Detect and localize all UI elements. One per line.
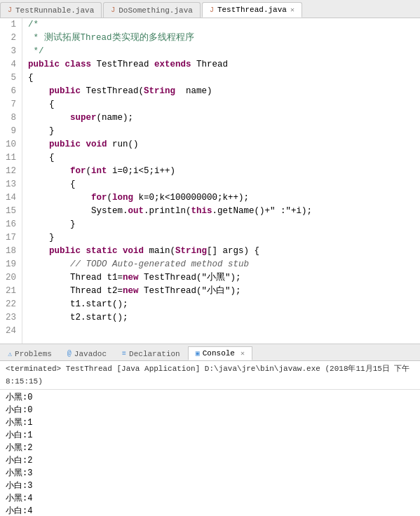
console-line-7: 小白:3: [6, 480, 414, 492]
ln-3: 3: [3, 45, 16, 58]
tab-icon-dosomething: J: [111, 6, 115, 14]
console-line-3: 小白:1: [6, 429, 414, 442]
code-line-11: {: [28, 151, 414, 165]
btab-problems[interactable]: ⚠ Problems: [0, 346, 60, 360]
ln-22: 22: [3, 298, 16, 311]
console-panel: <terminated> TestThread [Java Applicatio…: [0, 361, 420, 516]
line-numbers: 1 2 3 4 5 6 7 8 9 10 11 12 13 14 15 16 1…: [0, 18, 22, 344]
code-line-17: }: [28, 231, 414, 245]
tab-dosomething[interactable]: J DoSomething.java: [103, 2, 201, 18]
btab-console[interactable]: ▣ Console ✕: [188, 346, 252, 360]
bottom-tab-bar: ⚠ Problems @ Javadoc ≡ Declaration ▣ Con…: [0, 344, 420, 361]
ln-2: 2: [3, 32, 16, 45]
javadoc-icon: @: [67, 350, 72, 358]
code-line-5: {: [28, 72, 414, 85]
code-line-24: [28, 325, 414, 338]
btab-label-declaration: Declaration: [129, 350, 180, 358]
code-line-10: public void run(): [28, 138, 414, 151]
code-line-14: for(long k=0;k<100000000;k++);: [28, 191, 414, 205]
ln-10: 10: [3, 138, 16, 151]
btab-javadoc[interactable]: @ Javadoc: [60, 346, 114, 360]
code-line-15: System.out.println(this.getName()+" :"+i…: [28, 205, 414, 218]
console-line-4: 小黑:2: [6, 442, 414, 454]
ln-7: 7: [3, 98, 16, 111]
bottom-section: ⚠ Problems @ Javadoc ≡ Declaration ▣ Con…: [0, 344, 420, 516]
ln-8: 8: [3, 111, 16, 125]
console-line-0: 小黑:0: [6, 391, 414, 404]
problems-icon: ⚠: [8, 350, 12, 358]
console-line-8: 小黑:4: [6, 492, 414, 505]
ln-6: 6: [3, 85, 16, 98]
console-icon: ▣: [196, 349, 200, 358]
editor-content: 1 2 3 4 5 6 7 8 9 10 11 12 13 14 15 16 1…: [0, 18, 420, 344]
code-line-7: {: [28, 98, 414, 111]
ln-4: 4: [3, 58, 16, 72]
console-line-5: 小白:2: [6, 454, 414, 467]
console-header: <terminated> TestThread [Java Applicatio…: [0, 361, 420, 390]
ln-12: 12: [3, 165, 16, 178]
ln-5: 5: [3, 72, 16, 85]
ln-24: 24: [3, 325, 16, 338]
ln-13: 13: [3, 178, 16, 191]
btab-label-javadoc: Javadoc: [74, 350, 107, 358]
code-line-2: * 测试拓展Thread类实现的多线程程序: [28, 32, 414, 45]
ln-21: 21: [3, 285, 16, 298]
code-area[interactable]: /* * 测试拓展Thread类实现的多线程程序 */ public class…: [22, 18, 420, 344]
code-line-6: public TestThread(String name): [28, 85, 414, 98]
declaration-icon: ≡: [122, 350, 126, 358]
console-line-1: 小白:0: [6, 404, 414, 416]
console-line-6: 小黑:3: [6, 467, 414, 480]
ln-19: 19: [3, 258, 16, 271]
ln-23: 23: [3, 311, 16, 325]
ln-18: 18: [3, 245, 16, 258]
ln-16: 16: [3, 218, 16, 231]
btab-declaration[interactable]: ≡ Declaration: [114, 346, 188, 360]
console-line-2: 小黑:1: [6, 416, 414, 429]
tab-label-testthread: TestThread.java: [217, 6, 287, 14]
console-output: 小黑:0 小白:0 小黑:1 小白:1 小黑:2 小白:2 小黑:3 小白:3 …: [0, 390, 420, 516]
tab-close-testthread[interactable]: ✕: [290, 6, 294, 14]
ln-14: 14: [3, 191, 16, 205]
btab-close-console[interactable]: ✕: [241, 349, 245, 358]
code-line-20: Thread t1=new TestThread("小黑");: [28, 271, 414, 285]
tab-label-dosomething: DoSomething.java: [118, 6, 193, 15]
btab-label-console: Console: [203, 349, 235, 358]
code-line-16: }: [28, 218, 414, 231]
code-line-13: {: [28, 178, 414, 191]
code-line-12: for(int i=0;i<5;i++): [28, 165, 414, 178]
code-line-8: super(name);: [28, 111, 414, 125]
tab-label-testrunnable: TestRunnable.java: [15, 6, 94, 15]
code-line-3: */: [28, 45, 414, 58]
ln-15: 15: [3, 205, 16, 218]
code-line-21: Thread t2=new TestThread("小白");: [28, 285, 414, 298]
console-line-9: 小白:4: [6, 505, 414, 516]
ln-17: 17: [3, 231, 16, 245]
tab-bar: J TestRunnable.java J DoSomething.java J…: [0, 0, 420, 18]
code-line-18: public static void main(String[] args) {: [28, 245, 414, 258]
code-line-19: // TODO Auto-generated method stub: [28, 258, 414, 271]
tab-testthread[interactable]: J TestThread.java ✕: [202, 2, 302, 18]
tab-testrunnable[interactable]: J TestRunnable.java: [0, 2, 102, 18]
ln-1: 1: [3, 18, 16, 32]
tab-icon-testthread: J: [210, 6, 214, 14]
code-line-22: t1.start();: [28, 298, 414, 311]
editor-area: 1 2 3 4 5 6 7 8 9 10 11 12 13 14 15 16 1…: [0, 18, 420, 344]
code-line-4: public class TestThread extends Thread: [28, 58, 414, 72]
code-line-9: }: [28, 125, 414, 138]
btab-label-problems: Problems: [15, 350, 52, 358]
tab-icon-testrunnable: J: [8, 6, 12, 14]
code-line-23: t2.start();: [28, 311, 414, 325]
code-line-1: /*: [28, 18, 414, 32]
ln-11: 11: [3, 151, 16, 165]
ln-9: 9: [3, 125, 16, 138]
ln-20: 20: [3, 271, 16, 285]
